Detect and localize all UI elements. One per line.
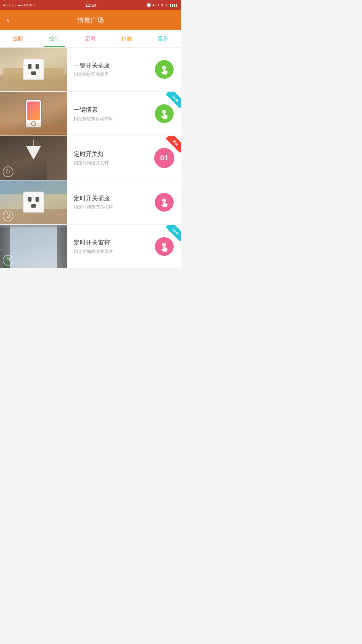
scene-action-4[interactable]	[147, 180, 181, 224]
scene-image-5: ⏱	[0, 225, 67, 268]
status-bar: 4G+ 2G ▪▪▪▪ 0K/s S 11:14 🕐 4G+ 81% ▮▮▮▮	[0, 0, 181, 10]
action-button-4[interactable]	[155, 193, 174, 212]
scene-desc-2: 指定按键执行动作集	[74, 116, 141, 122]
scene-image-4: ⏱	[0, 180, 67, 224]
page-title: 情景广场	[77, 16, 104, 25]
scene-item-5[interactable]: ⏱ 定时开关窗帘 指定时间段开关窗帘 New	[0, 225, 181, 268]
scene-title-3: 定时开关灯	[74, 150, 141, 158]
lamp-icon	[26, 140, 41, 160]
scene-image-2	[0, 92, 67, 136]
tab-bar: 提醒 控制 定时 传感 音乐	[0, 30, 181, 48]
status-left: 4G+ 2G ▪▪▪▪ 0K/s S	[3, 3, 36, 7]
scene-desc-5: 指定时间段开关窗帘	[74, 249, 141, 255]
scene-action-1[interactable]	[147, 48, 181, 91]
scene-title-1: 一键开关插座	[74, 61, 141, 69]
battery-icon: ▮▮▮▮	[170, 3, 178, 7]
socket-icon-1	[23, 59, 44, 80]
timer-icon-3: ⏱	[3, 166, 13, 177]
scene-content-4: 定时开关插座 指定时间段开关插座	[67, 180, 147, 224]
network-info: 4G+ 2G	[3, 3, 16, 7]
signal-bars: ▪▪▪▪	[18, 3, 23, 7]
battery-percent: 81%	[161, 3, 168, 7]
tab-control[interactable]: 控制	[36, 30, 72, 47]
scene-desc-4: 指定时间段开关插座	[74, 204, 141, 210]
new-badge-5: New	[162, 225, 181, 244]
new-badge-2: New	[162, 92, 181, 111]
scene-item-3[interactable]: ⏱ 定时开关灯 指定时间段开关灯 01 Hot	[0, 136, 181, 180]
tab-music[interactable]: 音乐	[145, 30, 181, 47]
lte-label: 4G+	[153, 3, 160, 7]
tab-remind[interactable]: 提醒	[0, 30, 36, 47]
tab-timer[interactable]: 定时	[72, 30, 109, 47]
scene-content-5: 定时开关窗帘 指定时间段开关窗帘	[67, 225, 147, 268]
scene-title-5: 定时开关窗帘	[74, 238, 141, 247]
scene-item-2[interactable]: 一键情景 指定按键执行动作集 New	[0, 92, 181, 136]
scene-image-3: ⏱	[0, 136, 67, 180]
scene-title-2: 一键情景	[74, 106, 141, 114]
timer-icon-5: ⏱	[3, 255, 13, 266]
scene-desc-1: 指定按键开关插座	[74, 71, 141, 77]
action-button-1[interactable]	[155, 60, 174, 79]
alarm-icon: 🕐	[146, 3, 151, 7]
tab-sensor[interactable]: 传感	[109, 30, 145, 47]
scene-image-1	[0, 48, 67, 91]
hot-badge-3: Hot	[162, 136, 181, 155]
status-right: 🕐 4G+ 81% ▮▮▮▮	[146, 3, 178, 7]
header: ‹ 情景广场	[0, 10, 181, 30]
scene-item-1[interactable]: 一键开关插座 指定按键开关插座	[0, 48, 181, 91]
scene-list: 一键开关插座 指定按键开关插座 一键情景	[0, 48, 181, 268]
timer-icon-4: ⏱	[3, 211, 13, 221]
scene-content-1: 一键开关插座 指定按键开关插座	[67, 48, 147, 91]
scene-desc-3: 指定时间段开关灯	[74, 160, 141, 166]
scene-item-4[interactable]: ⏱ 定时开关插座 指定时间段开关插座	[0, 180, 181, 224]
scene-content-2: 一键情景 指定按键执行动作集	[67, 92, 147, 136]
scene-content-3: 定时开关灯 指定时间段开关灯	[67, 136, 147, 180]
sim-icon: S	[33, 3, 35, 7]
scene-title-4: 定时开关插座	[74, 194, 141, 202]
data-speed: 0K/s	[24, 3, 32, 7]
socket-icon-4	[23, 192, 44, 213]
clock-time: 11:14	[85, 3, 97, 8]
back-button[interactable]: ‹	[7, 16, 9, 24]
